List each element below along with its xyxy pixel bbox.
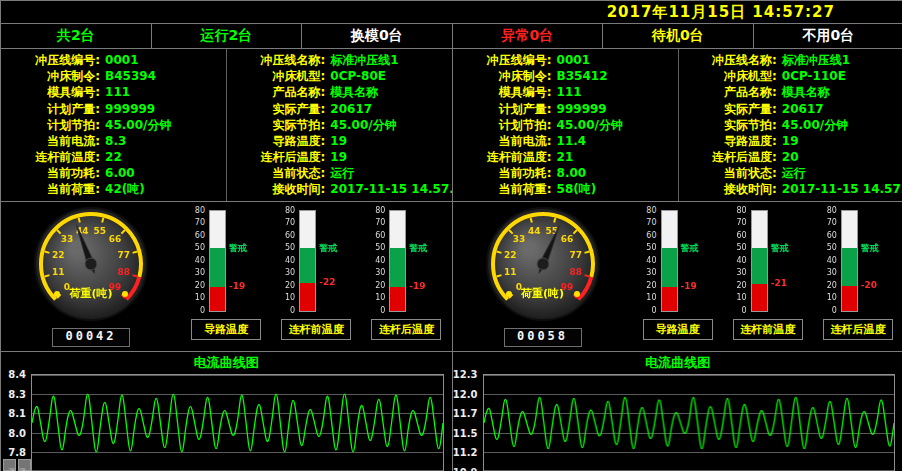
thermometer-guide-rail-temp: 80706050403020100 警戒 19 导路温度 [181, 208, 271, 352]
thermo-tick-label: 10 [736, 293, 746, 302]
thermo-tick-label: 80 [827, 205, 837, 214]
status-mold-change[interactable]: 换模0台 [302, 24, 453, 48]
status-abnormal[interactable]: 异常0台 [453, 24, 604, 48]
thermo-value: 21 [771, 278, 787, 288]
thermo-tick-label: 60 [736, 230, 746, 239]
thermo-tick-label: 20 [195, 280, 205, 289]
chart-title: 电流曲线图 [453, 355, 902, 372]
thermo-tick-label: 0 [832, 305, 837, 314]
info-label: 当前电流: [1, 135, 100, 147]
info-field: 实际节拍:45.00/分钟 [226, 117, 451, 133]
info-label: 计划产量: [1, 103, 100, 115]
hmi-dashboard: 2017年11月15日 14:57:27 共2台 运行2台 换模0台 异常0台 … [0, 0, 902, 471]
thermo-name: 导路温度 [191, 319, 261, 340]
thermo-value: 19 [681, 281, 697, 291]
info-label: 实际节拍: [226, 119, 325, 131]
info-value: 45.00/分钟 [782, 119, 848, 131]
info-label: 连杆前温度: [1, 151, 100, 163]
info-label: 产品名称: [226, 86, 325, 98]
info-value: 8.00 [557, 167, 587, 179]
status-unused[interactable]: 不用0台 [754, 24, 902, 48]
info-field: 模具编号:111 [1, 84, 226, 100]
chart-y-axis: 8.48.38.18.07.87.7 [1, 374, 29, 471]
info-field: 产品名称:模具名称 [678, 84, 902, 100]
thermo-tick-label: 70 [736, 218, 746, 227]
info-value: 999999 [557, 103, 607, 115]
info-value: 45.00/分钟 [105, 119, 171, 131]
thermo-tick-label: 80 [285, 205, 295, 214]
thermo-tick-label: 40 [646, 255, 656, 264]
press-line-panel-2: 冲压线编号:0001冲压线名称:标准冲压线1冲床制令:B35412冲床机型:0C… [452, 49, 902, 471]
info-value: 45.00/分钟 [557, 119, 623, 131]
thermo-tick-label: 20 [827, 280, 837, 289]
thermo-tick-label: 80 [195, 205, 205, 214]
info-label: 接收时间: [226, 183, 325, 195]
statusbar: 共2台 运行2台 换模0台 异常0台 待机0台 不用0台 [1, 23, 902, 49]
datetime-display: 2017年11月15日 14:57:27 [607, 3, 835, 22]
info-field: 导路温度:19 [226, 133, 451, 149]
thermo-tick-label: 20 [285, 280, 295, 289]
info-value: 999999 [105, 103, 155, 115]
thermo-warning-label: 警戒 [229, 242, 247, 255]
thermometer-rod-rear-temp: 80706050403020100 警戒 20 连杆后温度 [813, 208, 902, 352]
info-value: 42(吨) [105, 183, 145, 195]
info-value: 0001 [557, 54, 590, 66]
thermo-tube [389, 210, 406, 312]
y-axis-label: 11.5 [453, 427, 478, 438]
info-label: 当前状态: [226, 167, 325, 179]
thermo-tick-label: 60 [195, 230, 205, 239]
thermo-tick-label: 40 [285, 255, 295, 264]
info-value: 22 [105, 151, 122, 163]
info-value: 20617 [782, 103, 824, 115]
thermo-value: 19 [229, 281, 245, 291]
thermo-warning-label: 警戒 [681, 242, 699, 255]
info-label: 当前状态: [678, 167, 777, 179]
thermo-value: 19 [409, 281, 425, 291]
status-label: 运行2台 [200, 27, 252, 45]
info-label: 导路温度: [226, 135, 325, 147]
current-curve-canvas [31, 374, 444, 471]
thermo-tick-label: 30 [195, 268, 205, 277]
info-label: 计划节拍: [1, 119, 100, 131]
thermo-tick-label: 30 [736, 268, 746, 277]
thermo-tick-label: 70 [827, 218, 837, 227]
info-field: 计划节拍:45.00/分钟 [1, 117, 226, 133]
info-label: 当前荷重: [1, 183, 100, 195]
info-label: 导路温度: [678, 135, 777, 147]
thermo-tick-label: 20 [375, 280, 385, 289]
current-curve-chart: 电流曲线图 8.48.38.18.07.87.7 [1, 352, 452, 471]
thermo-tick-label: 40 [195, 255, 205, 264]
info-field: 当前功耗:8.00 [453, 165, 678, 181]
info-field: 当前荷重:58(吨) [453, 181, 678, 197]
topbar: 2017年11月15日 14:57:27 [1, 1, 902, 23]
info-field: 当前荷重:42(吨) [1, 181, 226, 197]
status-standby[interactable]: 待机0台 [603, 24, 754, 48]
info-field: 实际节拍:45.00/分钟 [678, 117, 902, 133]
info-field: 计划节拍:45.00/分钟 [453, 117, 678, 133]
thermo-warning-label: 警戒 [861, 242, 879, 255]
y-axis-label: 8.3 [8, 388, 26, 399]
info-label: 冲压线名称: [678, 54, 777, 66]
status-running[interactable]: 运行2台 [152, 24, 303, 48]
info-field: 冲压线名称:标准冲压线1 [678, 52, 902, 68]
thermo-scale: 80706050403020100 [641, 210, 659, 310]
thermo-tick-label: 30 [285, 268, 295, 277]
info-label: 冲压线编号: [453, 54, 552, 66]
current-curve-canvas [483, 374, 896, 471]
press-line-panels: 冲压线编号:0001冲压线名称:标准冲压线1冲床制令:B45394冲床机型:0C… [1, 49, 902, 471]
info-label: 连杆后温度: [226, 151, 325, 163]
info-label: 计划产量: [453, 103, 552, 115]
y-axis-label: 7.8 [8, 447, 26, 458]
info-field: 导路温度:19 [678, 133, 902, 149]
info-field: 当前电流:11.4 [453, 133, 678, 149]
status-total-machines[interactable]: 共2台 [1, 24, 152, 48]
info-field: 当前状态:运行 [226, 165, 451, 181]
meters-section: 荷重(吨) 00042 80706050403020100 警戒 19 导路温度 [1, 202, 452, 353]
thermo-tube [661, 210, 678, 312]
taskbar-fragment-icon [18, 459, 31, 471]
thermo-scale: 80706050403020100 [821, 210, 839, 310]
thermo-tick-label: 30 [827, 268, 837, 277]
info-value: 20 [782, 151, 799, 163]
thermo-warning-label: 警戒 [771, 242, 789, 255]
info-grid: 冲压线编号:0001冲压线名称:标准冲压线1冲床制令:B45394冲床机型:0C… [1, 49, 452, 202]
